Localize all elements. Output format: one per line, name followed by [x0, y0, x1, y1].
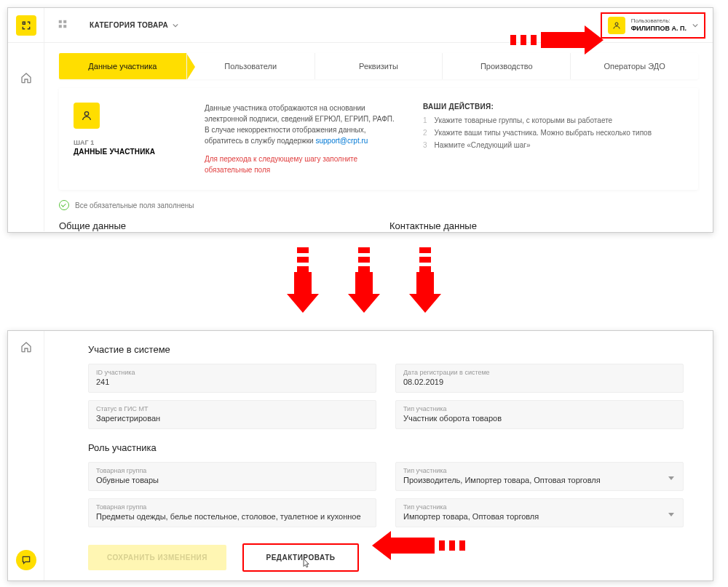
field-product-group-2: Товарная группа Предметы одежды, белье п… [88, 498, 376, 527]
action-item: Нажмите «Следующий шаг» [435, 141, 531, 149]
svg-point-5 [84, 112, 88, 116]
role-heading: Роль участника [88, 442, 684, 453]
step-number: ШАГ 1 [74, 139, 183, 146]
field-participant-type: Тип участника Участник оборота товаров [395, 400, 684, 429]
field-registration-date: Дата регистрации в системе 08.02.2019 [395, 364, 684, 393]
user-text: Пользователь: ФИЛИППОВ А. П. [631, 17, 687, 32]
person-icon [612, 21, 621, 30]
section-general-heading: Общие данные [59, 220, 368, 231]
field-status: Статус в ГИС МТ Зарегистрирован [88, 400, 376, 429]
tab-requisites[interactable]: Реквизиты [314, 53, 443, 79]
logo-icon [21, 20, 31, 31]
logo-cell [8, 8, 44, 42]
svg-rect-2 [59, 25, 62, 28]
person-icon [81, 110, 92, 121]
screenshot-bottom: Участие в системе ID участника 241 Дата … [7, 330, 713, 581]
topbar: КАТЕГОРИЯ ТОВАРА Пользователь: ФИЛИППОВ … [8, 8, 713, 43]
tab-users[interactable]: Пользователи [186, 53, 314, 79]
messages-button[interactable] [16, 550, 36, 570]
step-title: ДАННЫЕ УЧАСТНИКА [74, 148, 183, 156]
user-avatar [608, 17, 625, 34]
status-line: Все обязательные поля заполнены [59, 200, 698, 210]
actions-block: ВАШИ ДЕЙСТВИЯ: 1Укажите товарные группы,… [423, 103, 684, 175]
chat-icon [21, 555, 31, 565]
svg-rect-1 [63, 20, 66, 23]
step-card: ШАГ 1 ДАННЫЕ УЧАСТНИКА Данные участника … [59, 88, 698, 190]
screenshot-top: КАТЕГОРИЯ ТОВАРА Пользователь: ФИЛИППОВ … [7, 7, 713, 233]
edit-button[interactable]: РЕДАКТИРОВАТЬ [242, 543, 359, 572]
chevron-down-icon [173, 23, 178, 28]
home-icon[interactable] [20, 72, 32, 84]
app-logo[interactable] [16, 15, 36, 36]
step-description: Данные участника отображаются на основан… [205, 103, 401, 175]
apps-grid-icon[interactable] [44, 19, 81, 31]
user-menu[interactable]: Пользователь: ФИЛИППОВ А. П. [601, 12, 705, 39]
annotation-arrows-down [7, 247, 721, 313]
tab-production[interactable]: Производство [442, 53, 570, 79]
left-rail [8, 331, 44, 580]
action-item: Укажите товарные группы, с которыми вы р… [435, 116, 613, 124]
svg-point-4 [615, 23, 618, 25]
step-badge [74, 103, 100, 129]
left-rail [8, 43, 44, 231]
check-icon [59, 200, 69, 210]
field-participant-id: ID участника 241 [88, 364, 376, 393]
annotation-arrow-edit [372, 531, 465, 560]
section-contact-heading: Контактные данные [389, 220, 698, 231]
action-item: Укажите ваши типы участника. Можно выбра… [435, 129, 652, 137]
annotation-arrow-user [510, 25, 604, 55]
save-button[interactable]: СОХРАНИТЬ ИЗМЕНЕНИЯ [88, 545, 226, 570]
actions-title: ВАШИ ДЕЙСТВИЯ: [423, 103, 684, 111]
step-warning: Для перехода к следующему шагу заполните… [205, 153, 401, 175]
tab-participant-data[interactable]: Данные участника [59, 53, 186, 79]
svg-rect-0 [59, 20, 62, 23]
category-label: КАТЕГОРИЯ ТОВАРА [90, 21, 168, 29]
svg-rect-3 [63, 25, 66, 28]
support-email-link[interactable]: support@crpt.ru [315, 137, 368, 145]
field-participant-type-1[interactable]: Тип участника Производитель, Импортер то… [395, 462, 684, 491]
participation-heading: Участие в системе [88, 344, 684, 355]
chevron-down-icon [692, 23, 698, 28]
field-participant-type-2[interactable]: Тип участника Импортер товара, Оптовая т… [395, 498, 684, 527]
home-icon[interactable] [20, 341, 32, 353]
tab-edo-operators[interactable]: Операторы ЭДО [570, 53, 698, 79]
field-product-group-1: Товарная группа Обувные товары [88, 462, 376, 491]
tabs: Данные участника Пользователи Реквизиты … [59, 53, 698, 79]
category-dropdown[interactable]: КАТЕГОРИЯ ТОВАРА [81, 21, 187, 29]
cursor-icon [301, 556, 311, 572]
